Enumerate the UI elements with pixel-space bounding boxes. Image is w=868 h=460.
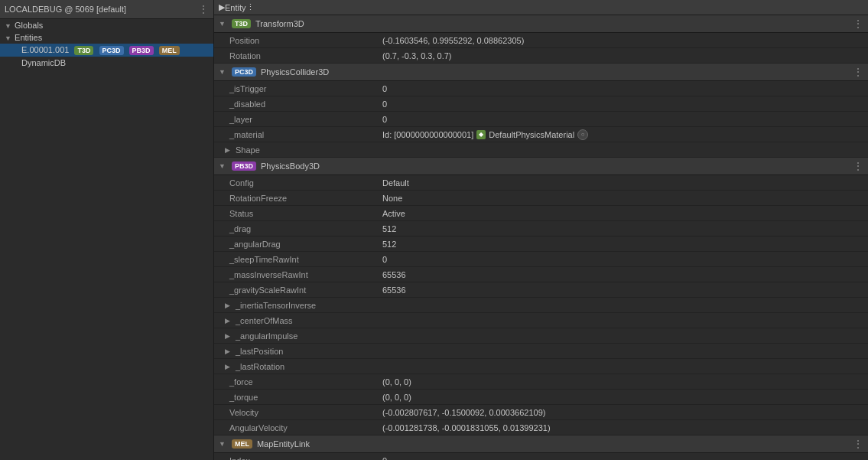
velocity-label: Velocity bbox=[229, 408, 382, 417]
mapentitylink-menu[interactable]: ⋮ bbox=[853, 438, 863, 450]
drag-label: _drag bbox=[229, 224, 382, 233]
rotationfreeze-value: None bbox=[382, 194, 863, 203]
rotation-label: Rotation bbox=[229, 51, 382, 60]
config-row: Config Default bbox=[214, 175, 868, 191]
centerofmass-arrow: ▶ bbox=[225, 317, 232, 325]
transform3d-header[interactable]: ▼ T3D Transform3D ⋮ bbox=[214, 15, 868, 33]
angulardrag-row: _angularDrag 512 bbox=[214, 237, 868, 252]
material-icon: ◆ bbox=[476, 130, 486, 139]
tree-item-entities[interactable]: ▼ Entities bbox=[0, 31, 213, 44]
left-panel-menu-icon[interactable]: ⋮ bbox=[198, 3, 209, 15]
angulardrag-value: 512 bbox=[382, 240, 863, 249]
lastposition-row[interactable]: ▶ _lastPosition bbox=[214, 344, 868, 359]
physicsbody3d-header[interactable]: ▼ PB3D PhysicsBody3D ⋮ bbox=[214, 158, 868, 175]
lastposition-label: _lastPosition bbox=[236, 347, 283, 356]
angularvelocity-label: AngularVelocity bbox=[229, 423, 382, 432]
physicscollider3d-header[interactable]: ▼ PC3D PhysicsCollider3D ⋮ bbox=[214, 64, 868, 81]
force-value: (0, 0, 0) bbox=[382, 377, 863, 387]
globals-label: Globals bbox=[15, 21, 43, 30]
entity-section-header: ▶ Entity ⋮ bbox=[214, 0, 868, 15]
rotation-value: (0.7, -0.3, 0.3, 0.7) bbox=[382, 51, 863, 60]
disabled-value: 0 bbox=[382, 100, 863, 109]
centerofmass-row[interactable]: ▶ _centerOfMass bbox=[214, 313, 868, 328]
istrigger-value: 0 bbox=[382, 84, 863, 93]
inertiatensor-label: _inertiaTensorInverse bbox=[236, 301, 316, 310]
lastposition-arrow: ▶ bbox=[225, 347, 232, 355]
physicsbody3d-title: PhysicsBody3D bbox=[261, 161, 853, 171]
angularimpulse-label: _angularImpulse bbox=[236, 331, 297, 341]
physicscollider3d-menu[interactable]: ⋮ bbox=[853, 66, 863, 78]
inertiatensor-arrow: ▶ bbox=[225, 302, 232, 309]
entity-menu-icon[interactable]: ⋮ bbox=[246, 2, 255, 12]
entity-title: Entity bbox=[225, 3, 246, 12]
material-circle-btn[interactable]: ○ bbox=[577, 129, 588, 140]
position-value: (-0.1603546, 0.9955292, 0.08862305) bbox=[382, 36, 863, 45]
layer-value: 0 bbox=[382, 115, 863, 124]
transform3d-title: Transform3D bbox=[255, 19, 853, 28]
material-name: DefaultPhysicsMaterial bbox=[489, 130, 574, 139]
angularimpulse-arrow: ▶ bbox=[225, 332, 232, 340]
gravityscale-row: _gravityScaleRawInt 65536 bbox=[214, 282, 868, 298]
config-value: Default bbox=[382, 178, 863, 188]
mapentitylink-title: MapEntityLink bbox=[257, 439, 853, 449]
entity-1-label: E.00001.001 bbox=[21, 45, 69, 54]
layer-row: _layer 0 bbox=[214, 112, 868, 127]
istrigger-label: _isTrigger bbox=[229, 84, 382, 93]
left-panel-header: LOCALDEBUG @ 5069 [default] ⋮ bbox=[0, 0, 213, 19]
shape-label: Shape bbox=[236, 145, 260, 155]
gravityscale-label: _gravityScaleRawInt bbox=[229, 285, 382, 295]
physicsbody3d-menu[interactable]: ⋮ bbox=[853, 160, 863, 172]
disabled-label: _disabled bbox=[229, 100, 382, 109]
gravityscale-value: 65536 bbox=[382, 285, 863, 295]
rotation-row: Rotation (0.7, -0.3, 0.3, 0.7) bbox=[214, 48, 868, 64]
rotationfreeze-label: RotationFreeze bbox=[229, 194, 382, 203]
sleeptime-label: _sleepTimeRawInt bbox=[229, 255, 382, 264]
istrigger-row: _isTrigger 0 bbox=[214, 81, 868, 96]
angularvelocity-value: (-0.001281738, -0.0001831055, 0.01399231… bbox=[382, 423, 863, 432]
tag-pc3d-badge: PC3D bbox=[99, 46, 124, 55]
tree-item-dynamicdb[interactable]: DynamicDB bbox=[0, 57, 213, 69]
material-row: _material Id: [0000000000000001] ◆ Defau… bbox=[214, 127, 868, 142]
status-label: Status bbox=[229, 209, 382, 218]
tree-item-globals[interactable]: ▼ Globals bbox=[0, 19, 213, 31]
physicscollider3d-arrow: ▼ bbox=[219, 68, 226, 76]
transform3d-menu[interactable]: ⋮ bbox=[853, 18, 863, 30]
entities-arrow: ▼ bbox=[5, 34, 12, 42]
tag-t3d-badge: T3D bbox=[74, 46, 93, 55]
shape-row[interactable]: ▶ Shape bbox=[214, 142, 868, 158]
force-label: _force bbox=[229, 377, 382, 387]
mapentitylink-badge: MEL bbox=[232, 439, 252, 449]
velocity-value: (-0.002807617, -0.1500092, 0.0003662109) bbox=[382, 408, 863, 417]
angularimpulse-row[interactable]: ▶ _angularImpulse bbox=[214, 328, 868, 344]
lastrotation-row[interactable]: ▶ _lastRotation bbox=[214, 359, 868, 374]
massinverse-value: 65536 bbox=[382, 270, 863, 279]
tag-pb3d-badge: PB3D bbox=[129, 46, 154, 55]
position-row: Position (-0.1603546, 0.9955292, 0.08862… bbox=[214, 33, 868, 48]
torque-label: _torque bbox=[229, 393, 382, 402]
inertiatensor-row[interactable]: ▶ _inertiaTensorInverse bbox=[214, 298, 868, 313]
material-id: Id: [0000000000000001] bbox=[382, 130, 473, 139]
velocity-row: Velocity (-0.002807617, -0.1500092, 0.00… bbox=[214, 405, 868, 420]
dynamicdb-label: DynamicDB bbox=[21, 58, 66, 67]
tree-item-entity-1[interactable]: E.00001.001 T3D PC3D PB3D MEL bbox=[0, 44, 213, 57]
centerofmass-label: _centerOfMass bbox=[236, 316, 293, 325]
tag-mel-badge: MEL bbox=[159, 46, 180, 55]
app-title: LOCALDEBUG @ 5069 [default] bbox=[5, 5, 126, 14]
status-row: Status Active bbox=[214, 206, 868, 221]
rotationfreeze-row: RotationFreeze None bbox=[214, 191, 868, 206]
massinverse-row: _massInverseRawInt 65536 bbox=[214, 267, 868, 282]
angulardrag-label: _angularDrag bbox=[229, 240, 382, 249]
transform3d-badge: T3D bbox=[232, 19, 251, 28]
disabled-row: _disabled 0 bbox=[214, 96, 868, 112]
lastrotation-label: _lastRotation bbox=[236, 362, 284, 371]
physicscollider3d-title: PhysicsCollider3D bbox=[261, 67, 853, 77]
lastrotation-arrow: ▶ bbox=[225, 363, 232, 370]
sleeptime-value: 0 bbox=[382, 255, 863, 264]
torque-value: (0, 0, 0) bbox=[382, 393, 863, 402]
index-label: Index bbox=[229, 456, 382, 461]
transform3d-arrow: ▼ bbox=[219, 20, 226, 28]
left-panel: LOCALDEBUG @ 5069 [default] ⋮ ▼ Globals … bbox=[0, 0, 214, 460]
torque-row: _torque (0, 0, 0) bbox=[214, 390, 868, 405]
mapentitylink-header[interactable]: ▼ MEL MapEntityLink ⋮ bbox=[214, 436, 868, 453]
entity-arrow: ▶ bbox=[219, 2, 225, 12]
